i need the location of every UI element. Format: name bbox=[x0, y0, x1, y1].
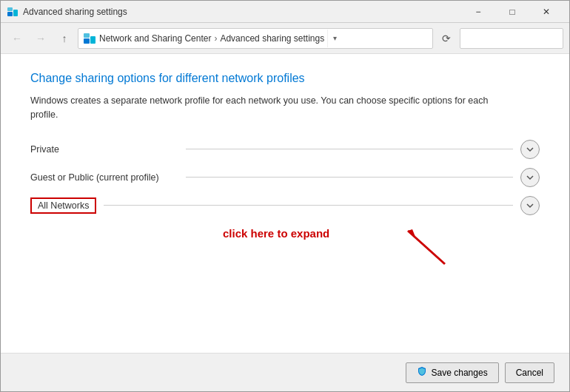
search-box[interactable]: 🔍 bbox=[460, 28, 563, 49]
svg-rect-4 bbox=[90, 36, 95, 44]
private-profile-line bbox=[186, 149, 513, 149]
svg-rect-3 bbox=[84, 38, 90, 44]
cancel-button[interactable]: Cancel bbox=[505, 362, 554, 383]
svg-rect-0 bbox=[7, 12, 13, 16]
private-profile-label: Private bbox=[30, 144, 178, 155]
address-dropdown[interactable]: ▾ bbox=[327, 30, 342, 47]
annotation-area: click here to expand bbox=[30, 220, 540, 279]
page-title: Change sharing options for different net… bbox=[30, 72, 540, 85]
back-button[interactable]: ← bbox=[7, 28, 27, 49]
page-description: Windows creates a separate network profi… bbox=[30, 94, 489, 122]
title-bar: Advanced sharing settings − □ ✕ bbox=[1, 1, 569, 23]
guest-public-profile-label: Guest or Public (current profile) bbox=[30, 172, 178, 183]
svg-rect-2 bbox=[7, 7, 13, 11]
breadcrumb-item-1[interactable]: Network and Sharing Center bbox=[99, 33, 211, 44]
up-button[interactable]: ↑ bbox=[54, 28, 75, 49]
breadcrumb-separator: › bbox=[214, 33, 217, 44]
close-button[interactable]: ✕ bbox=[529, 1, 563, 23]
save-changes-button[interactable]: Save changes bbox=[406, 362, 499, 383]
private-profile-section: Private bbox=[30, 140, 540, 159]
search-input[interactable] bbox=[465, 33, 570, 44]
guest-public-profile-section: Guest or Public (current profile) bbox=[30, 168, 540, 187]
maximize-button[interactable]: □ bbox=[495, 1, 529, 23]
window-icon bbox=[7, 6, 19, 18]
all-networks-section: All Networks bbox=[30, 196, 540, 215]
forward-button[interactable]: → bbox=[30, 28, 51, 49]
breadcrumb-item-2[interactable]: Advanced sharing settings bbox=[220, 33, 324, 44]
svg-line-6 bbox=[408, 231, 445, 264]
all-networks-label: All Networks bbox=[30, 197, 96, 214]
svg-rect-1 bbox=[13, 10, 18, 16]
private-expand-button[interactable] bbox=[520, 140, 540, 159]
save-shield-icon bbox=[417, 366, 427, 379]
svg-rect-5 bbox=[84, 33, 90, 38]
arrow-annotation bbox=[393, 223, 460, 274]
refresh-button[interactable]: ⟳ bbox=[436, 28, 457, 49]
annotation-text: click here to expand bbox=[223, 227, 329, 240]
guest-public-profile-line bbox=[186, 177, 513, 178]
main-content: Change sharing options for different net… bbox=[1, 54, 569, 353]
window: Advanced sharing settings − □ ✕ ← → ↑ Ne… bbox=[0, 0, 570, 392]
window-title: Advanced sharing settings bbox=[23, 7, 461, 17]
nav-bar: ← → ↑ Network and Sharing Center › Advan… bbox=[1, 23, 569, 54]
all-networks-expand-button[interactable] bbox=[520, 196, 540, 215]
address-bar: Network and Sharing Center › Advanced sh… bbox=[78, 28, 433, 49]
guest-public-expand-button[interactable] bbox=[520, 168, 540, 187]
window-controls: − □ ✕ bbox=[461, 1, 563, 23]
save-changes-label: Save changes bbox=[432, 368, 488, 378]
minimize-button[interactable]: − bbox=[461, 1, 495, 23]
footer: Save changes Cancel bbox=[1, 353, 569, 391]
address-icon bbox=[83, 32, 96, 45]
all-networks-line bbox=[104, 205, 513, 206]
